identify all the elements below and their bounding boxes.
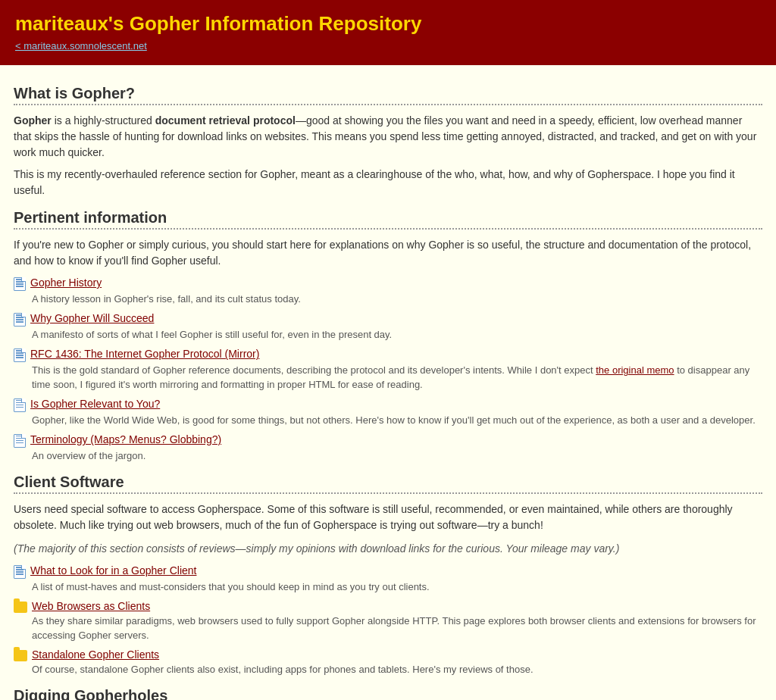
item-row-gopher-history: Gopher History	[14, 277, 762, 291]
item-row-rfc: RFC 1436: The Internet Gopher Protocol (…	[14, 348, 762, 362]
pertinent-intro: If you're new to Gopher or simply curiou…	[14, 237, 762, 269]
doc-icon	[14, 434, 26, 448]
client-software-item-list: What to Look for in a Gopher Client A li…	[14, 564, 762, 677]
item-row-what-to-look-for: What to Look for in a Gopher Client	[14, 564, 762, 579]
link-gopher-history[interactable]: Gopher History	[30, 277, 102, 289]
link-is-gopher-relevant[interactable]: Is Gopher Relevant to You?	[30, 398, 160, 410]
link-terminology[interactable]: Terminology (Maps? Menus? Globbing?)	[30, 433, 221, 445]
list-item: Terminology (Maps? Menus? Globbing?) An …	[14, 433, 762, 463]
list-item: Standalone Gopher Clients Of course, sta…	[14, 648, 762, 677]
desc-terminology: An overview of the jargon.	[32, 449, 762, 463]
link-what-to-look-for[interactable]: What to Look for in a Gopher Client	[30, 564, 196, 577]
section-heading-digging: Digging Gopherholes	[14, 687, 762, 700]
list-item: Gopher History A history lesson in Gophe…	[14, 277, 762, 306]
what-is-gopher-para2: This is my recently-overhauled reference…	[14, 167, 762, 198]
doc-icon	[14, 348, 26, 362]
list-item: RFC 1436: The Internet Gopher Protocol (…	[14, 348, 762, 391]
desc-rfc: This is the gold standard of Gopher refe…	[32, 364, 762, 391]
list-item: Why Gopher Will Succeed A manifesto of s…	[14, 312, 762, 342]
doc-icon	[14, 277, 26, 291]
item-row-standalone: Standalone Gopher Clients	[14, 648, 762, 661]
item-row-terminology: Terminology (Maps? Menus? Globbing?)	[14, 433, 762, 448]
item-row-web-browsers: Web Browsers as Clients	[14, 600, 762, 613]
folder-icon	[14, 602, 27, 613]
header-title: mariteaux's Gopher Information Repositor…	[15, 12, 761, 36]
desc-what-to-look-for: A list of must-haves and must-considers …	[32, 580, 762, 594]
list-item: Web Browsers as Clients As they share si…	[14, 600, 762, 642]
client-software-note: (The majority of this section consists o…	[14, 541, 762, 557]
divider-client-software	[14, 492, 762, 494]
section-heading-what-is-gopher: What is Gopher?	[14, 85, 762, 102]
bold-gopher: Gopher	[14, 114, 52, 127]
folder-icon	[14, 650, 27, 661]
client-software-intro: Users need special software to access Go…	[14, 502, 762, 533]
what-is-gopher-para1: Gopher is a highly-structured document r…	[14, 113, 762, 161]
link-why-gopher[interactable]: Why Gopher Will Succeed	[30, 312, 154, 324]
main-content: What is Gopher? Gopher is a highly-struc…	[0, 65, 776, 700]
item-row-why-gopher: Why Gopher Will Succeed	[14, 312, 762, 327]
doc-icon	[14, 313, 26, 327]
list-item: Is Gopher Relevant to You? Gopher, like …	[14, 398, 762, 427]
item-row-is-gopher-relevant: Is Gopher Relevant to You?	[14, 398, 762, 412]
link-standalone[interactable]: Standalone Gopher Clients	[32, 648, 159, 661]
header-back-link[interactable]: < mariteaux.somnolescent.net	[15, 40, 761, 52]
desc-why-gopher: A manifesto of sorts of what I feel Goph…	[32, 328, 762, 342]
pertinent-item-list: Gopher History A history lesson in Gophe…	[14, 277, 762, 463]
desc-is-gopher-relevant: Gopher, like the World Wide Web, is good…	[32, 414, 762, 427]
doc-icon	[14, 565, 26, 579]
section-heading-client-software: Client Software	[14, 473, 762, 491]
link-rfc[interactable]: RFC 1436: The Internet Gopher Protocol (…	[30, 348, 259, 360]
section-heading-pertinent: Pertinent information	[14, 209, 762, 227]
bold-protocol: document retrieval protocol	[155, 114, 296, 127]
desc-gopher-history: A history lesson in Gopher's rise, fall,…	[32, 292, 762, 306]
header: mariteaux's Gopher Information Repositor…	[0, 0, 776, 65]
desc-web-browsers: As they share similar paradigms, web bro…	[32, 614, 762, 642]
doc-icon	[14, 398, 26, 412]
divider-what-is-gopher	[14, 104, 762, 105]
link-web-browsers[interactable]: Web Browsers as Clients	[32, 600, 150, 612]
link-original-memo[interactable]: the original memo	[596, 364, 674, 376]
desc-standalone: Of course, standalone Gopher clients als…	[32, 663, 762, 677]
list-item: What to Look for in a Gopher Client A li…	[14, 564, 762, 594]
divider-pertinent	[14, 228, 762, 230]
